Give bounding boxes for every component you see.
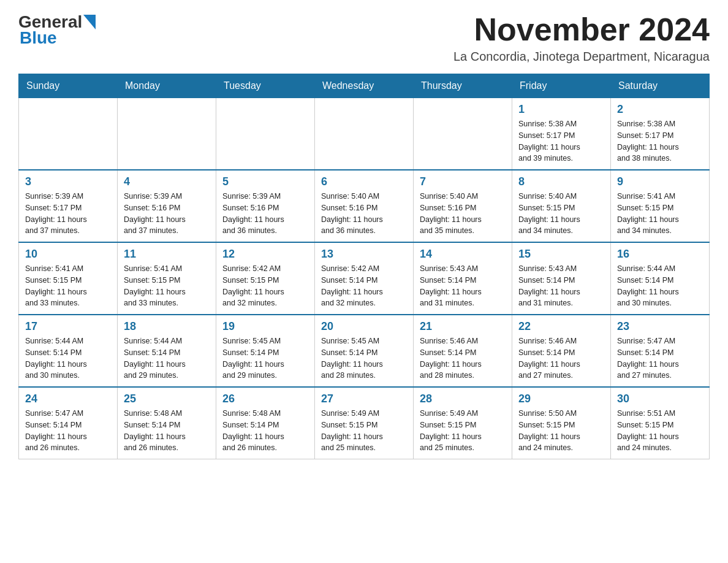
day-info: Sunrise: 5:40 AMSunset: 5:16 PMDaylight:… (420, 191, 506, 237)
day-info: Sunrise: 5:48 AMSunset: 5:14 PMDaylight:… (124, 408, 210, 454)
calendar-cell: 17Sunrise: 5:44 AMSunset: 5:14 PMDayligh… (19, 315, 118, 387)
calendar-week-row: 3Sunrise: 5:39 AMSunset: 5:17 PMDaylight… (19, 170, 710, 242)
day-number: 18 (124, 320, 210, 333)
day-info: Sunrise: 5:40 AMSunset: 5:16 PMDaylight:… (321, 191, 407, 237)
calendar-cell: 23Sunrise: 5:47 AMSunset: 5:14 PMDayligh… (611, 315, 710, 387)
calendar-cell: 7Sunrise: 5:40 AMSunset: 5:16 PMDaylight… (414, 170, 512, 242)
day-number: 7 (420, 175, 506, 188)
day-number: 10 (25, 248, 111, 261)
calendar-cell (315, 98, 414, 170)
calendar-cell: 14Sunrise: 5:43 AMSunset: 5:14 PMDayligh… (414, 242, 512, 315)
calendar-cell: 27Sunrise: 5:49 AMSunset: 5:15 PMDayligh… (315, 387, 414, 459)
calendar-cell: 1Sunrise: 5:38 AMSunset: 5:17 PMDaylight… (512, 98, 611, 170)
calendar-cell: 16Sunrise: 5:44 AMSunset: 5:14 PMDayligh… (611, 242, 710, 315)
day-number: 23 (617, 320, 703, 333)
logo-text-blue: Blue (20, 28, 57, 48)
month-title: November 2024 (453, 12, 710, 47)
calendar-cell: 15Sunrise: 5:43 AMSunset: 5:14 PMDayligh… (512, 242, 611, 315)
calendar-cell: 28Sunrise: 5:49 AMSunset: 5:15 PMDayligh… (414, 387, 512, 459)
calendar-cell: 13Sunrise: 5:42 AMSunset: 5:14 PMDayligh… (315, 242, 414, 315)
day-number: 4 (124, 175, 210, 188)
day-number: 11 (124, 248, 210, 261)
day-number: 12 (222, 248, 308, 261)
day-number: 1 (518, 103, 604, 116)
day-info: Sunrise: 5:39 AMSunset: 5:17 PMDaylight:… (25, 191, 111, 237)
page-header: General Blue November 2024 La Concordia,… (18, 12, 710, 64)
col-header-monday: Monday (118, 74, 216, 98)
svg-marker-0 (83, 15, 96, 29)
day-number: 17 (25, 320, 111, 333)
day-number: 26 (222, 393, 308, 405)
calendar-cell: 29Sunrise: 5:50 AMSunset: 5:15 PMDayligh… (512, 387, 611, 459)
calendar-cell: 25Sunrise: 5:48 AMSunset: 5:14 PMDayligh… (118, 387, 216, 459)
day-info: Sunrise: 5:49 AMSunset: 5:15 PMDaylight:… (321, 408, 407, 454)
calendar-cell: 2Sunrise: 5:38 AMSunset: 5:17 PMDaylight… (611, 98, 710, 170)
calendar-cell: 21Sunrise: 5:46 AMSunset: 5:14 PMDayligh… (414, 315, 512, 387)
day-number: 27 (321, 393, 407, 405)
day-number: 28 (420, 393, 506, 405)
calendar-cell: 20Sunrise: 5:45 AMSunset: 5:14 PMDayligh… (315, 315, 414, 387)
title-area: November 2024 La Concordia, Jinotega Dep… (453, 12, 710, 64)
col-header-tuesday: Tuesday (216, 74, 315, 98)
calendar-table: SundayMondayTuesdayWednesdayThursdayFrid… (18, 74, 710, 459)
calendar-cell: 6Sunrise: 5:40 AMSunset: 5:16 PMDaylight… (315, 170, 414, 242)
calendar-week-row: 17Sunrise: 5:44 AMSunset: 5:14 PMDayligh… (19, 315, 710, 387)
location-subtitle: La Concordia, Jinotega Department, Nicar… (453, 50, 710, 64)
day-number: 14 (420, 248, 506, 261)
calendar-cell: 18Sunrise: 5:44 AMSunset: 5:14 PMDayligh… (118, 315, 216, 387)
col-header-thursday: Thursday (414, 74, 512, 98)
day-number: 30 (617, 393, 703, 405)
day-info: Sunrise: 5:50 AMSunset: 5:15 PMDaylight:… (518, 408, 604, 454)
calendar-week-row: 1Sunrise: 5:38 AMSunset: 5:17 PMDaylight… (19, 98, 710, 170)
day-number: 6 (321, 175, 407, 188)
calendar-cell: 4Sunrise: 5:39 AMSunset: 5:16 PMDaylight… (118, 170, 216, 242)
day-info: Sunrise: 5:44 AMSunset: 5:14 PMDaylight:… (124, 335, 210, 381)
col-header-saturday: Saturday (611, 74, 710, 98)
day-number: 24 (25, 393, 111, 405)
day-number: 5 (222, 175, 308, 188)
day-number: 8 (518, 175, 604, 188)
day-info: Sunrise: 5:47 AMSunset: 5:14 PMDaylight:… (617, 335, 703, 381)
day-number: 3 (25, 175, 111, 188)
calendar-cell: 19Sunrise: 5:45 AMSunset: 5:14 PMDayligh… (216, 315, 315, 387)
calendar-cell: 22Sunrise: 5:46 AMSunset: 5:14 PMDayligh… (512, 315, 611, 387)
day-info: Sunrise: 5:49 AMSunset: 5:15 PMDaylight:… (420, 408, 506, 454)
day-number: 29 (518, 393, 604, 405)
day-number: 16 (617, 248, 703, 261)
calendar-cell (414, 98, 512, 170)
day-info: Sunrise: 5:43 AMSunset: 5:14 PMDaylight:… (420, 263, 506, 309)
day-info: Sunrise: 5:45 AMSunset: 5:14 PMDaylight:… (321, 335, 407, 381)
col-header-friday: Friday (512, 74, 611, 98)
calendar-cell: 8Sunrise: 5:40 AMSunset: 5:15 PMDaylight… (512, 170, 611, 242)
calendar-cell: 24Sunrise: 5:47 AMSunset: 5:14 PMDayligh… (19, 387, 118, 459)
day-info: Sunrise: 5:41 AMSunset: 5:15 PMDaylight:… (617, 191, 703, 237)
day-number: 15 (518, 248, 604, 261)
calendar-cell: 5Sunrise: 5:39 AMSunset: 5:16 PMDaylight… (216, 170, 315, 242)
day-info: Sunrise: 5:39 AMSunset: 5:16 PMDaylight:… (222, 191, 308, 237)
day-number: 19 (222, 320, 308, 333)
day-info: Sunrise: 5:46 AMSunset: 5:14 PMDaylight:… (420, 335, 506, 381)
calendar-cell: 26Sunrise: 5:48 AMSunset: 5:14 PMDayligh… (216, 387, 315, 459)
calendar-week-row: 10Sunrise: 5:41 AMSunset: 5:15 PMDayligh… (19, 242, 710, 315)
day-info: Sunrise: 5:38 AMSunset: 5:17 PMDaylight:… (617, 118, 703, 164)
day-info: Sunrise: 5:44 AMSunset: 5:14 PMDaylight:… (617, 263, 703, 309)
day-info: Sunrise: 5:40 AMSunset: 5:15 PMDaylight:… (518, 191, 604, 237)
calendar-cell: 9Sunrise: 5:41 AMSunset: 5:15 PMDaylight… (611, 170, 710, 242)
day-info: Sunrise: 5:42 AMSunset: 5:15 PMDaylight:… (222, 263, 308, 309)
day-info: Sunrise: 5:48 AMSunset: 5:14 PMDaylight:… (222, 408, 308, 454)
calendar-cell: 3Sunrise: 5:39 AMSunset: 5:17 PMDaylight… (19, 170, 118, 242)
day-info: Sunrise: 5:43 AMSunset: 5:14 PMDaylight:… (518, 263, 604, 309)
day-info: Sunrise: 5:42 AMSunset: 5:14 PMDaylight:… (321, 263, 407, 309)
calendar-cell: 10Sunrise: 5:41 AMSunset: 5:15 PMDayligh… (19, 242, 118, 315)
day-info: Sunrise: 5:44 AMSunset: 5:14 PMDaylight:… (25, 335, 111, 381)
day-info: Sunrise: 5:41 AMSunset: 5:15 PMDaylight:… (124, 263, 210, 309)
calendar-cell (19, 98, 118, 170)
calendar-cell: 12Sunrise: 5:42 AMSunset: 5:15 PMDayligh… (216, 242, 315, 315)
day-info: Sunrise: 5:38 AMSunset: 5:17 PMDaylight:… (518, 118, 604, 164)
day-number: 21 (420, 320, 506, 333)
day-number: 20 (321, 320, 407, 333)
day-number: 9 (617, 175, 703, 188)
day-number: 22 (518, 320, 604, 333)
day-number: 25 (124, 393, 210, 405)
col-header-sunday: Sunday (19, 74, 118, 98)
